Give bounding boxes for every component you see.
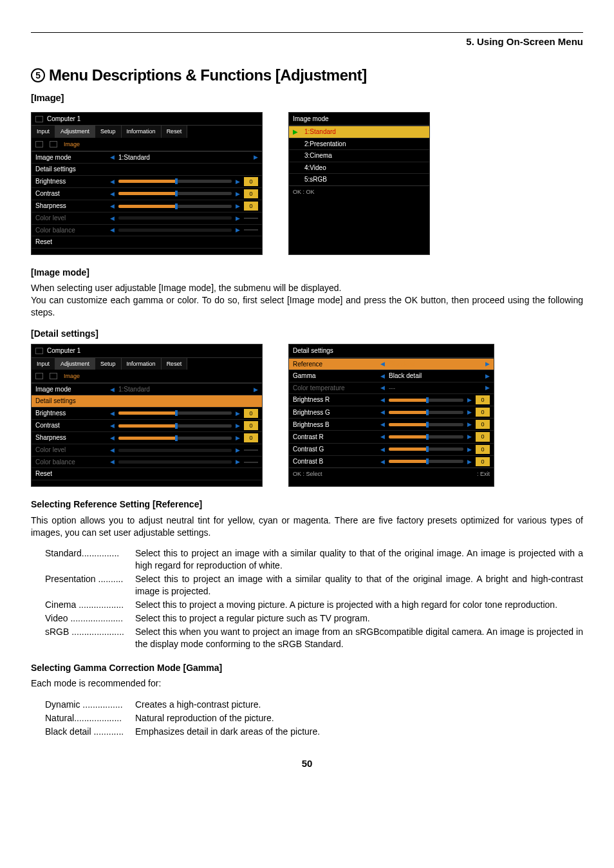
- osd-row-label: Contrast: [35, 189, 106, 198]
- chevron-right-icon: ▶: [467, 433, 472, 440]
- indicator-icon: ▶: [293, 127, 298, 137]
- slider-track[interactable]: [389, 435, 463, 439]
- osd-mode-item[interactable]: ▶1:Standard: [289, 126, 429, 138]
- osd-row[interactable]: Detail settings: [32, 163, 262, 175]
- slider-thumb[interactable]: [426, 422, 429, 428]
- slider-thumb[interactable]: [426, 434, 429, 440]
- image-subheading: [Image]: [31, 91, 583, 104]
- slider-track[interactable]: [118, 205, 232, 208]
- osd-dr-title-text: Detail settings: [293, 346, 333, 355]
- slider-track[interactable]: [389, 460, 463, 463]
- chevron-left-icon: ◀: [110, 422, 115, 429]
- section-title-text: Menu Descriptions & Functions [Adjustmen…: [49, 65, 367, 86]
- osd-row[interactable]: Gamma◀Black detail▶: [289, 370, 494, 382]
- osd-tab-input[interactable]: Input: [32, 126, 55, 137]
- chevron-right-icon: ▶: [485, 360, 490, 368]
- osd-row-value: 0: [476, 432, 490, 441]
- osd-mode-item[interactable]: 3:Cinema: [289, 149, 429, 162]
- osd-row-label: Sharpness: [35, 433, 106, 442]
- gamma-body: Each mode is recommended for:: [31, 677, 583, 690]
- osd-tab-information[interactable]: Information: [122, 126, 162, 137]
- slider-track[interactable]: [118, 437, 232, 440]
- osd-dl-tab-reset[interactable]: Reset: [162, 358, 188, 370]
- osd-mode-item[interactable]: 4:Video: [289, 162, 429, 174]
- slider-track[interactable]: [389, 423, 463, 426]
- osd-image-mode-footer-text: OK : OK: [293, 188, 315, 196]
- osd-dl-source-label: Computer 1: [47, 346, 80, 355]
- definition-item: Natural...................Natural reprod…: [45, 712, 583, 724]
- slider-thumb[interactable]: [175, 423, 178, 429]
- chevron-right-icon: ▶: [236, 410, 240, 417]
- image-mode-body: When selecting user adjustable [Image mo…: [31, 282, 583, 319]
- slider-thumb[interactable]: [426, 446, 429, 452]
- osd-row[interactable]: Brightness R◀▶0: [289, 393, 494, 406]
- slider-track[interactable]: [118, 424, 232, 428]
- osd-row[interactable]: Reference◀Standard▶: [289, 358, 494, 370]
- osd-tab-adjustment[interactable]: Adjustment: [55, 126, 95, 137]
- osd-row-label: Color level: [35, 446, 106, 455]
- osd-row-label: Color balance: [35, 458, 106, 467]
- subtab-icon-2: [50, 141, 57, 147]
- osd-dl-tab-setup[interactable]: Setup: [95, 358, 122, 370]
- osd-row-value: 0: [476, 445, 490, 454]
- osd-row[interactable]: Reset: [32, 236, 262, 248]
- slider-track[interactable]: [118, 192, 232, 195]
- slider-track: [118, 216, 232, 220]
- osd-row[interactable]: Brightness◀▶0: [32, 407, 262, 419]
- osd-dl-subtab-label: Image: [64, 372, 80, 380]
- slider-track[interactable]: [389, 399, 463, 402]
- osd-dl-tab-adjustment[interactable]: Adjustment: [55, 358, 95, 370]
- osd-mode-item[interactable]: 2:Presentation: [289, 138, 429, 150]
- chevron-left-icon: ◀: [380, 420, 385, 428]
- slider-thumb[interactable]: [426, 410, 429, 415]
- slider-track[interactable]: [389, 448, 463, 451]
- osd-row[interactable]: Contrast R◀▶0: [289, 430, 494, 442]
- osd-row-label: Reference: [293, 360, 377, 369]
- osd-row-value: ---: [389, 384, 481, 393]
- osd-row[interactable]: Brightness G◀▶0: [289, 406, 494, 418]
- osd-row[interactable]: Reset: [32, 467, 262, 480]
- osd-dl-tab-input[interactable]: Input: [32, 358, 55, 370]
- slider-track[interactable]: [118, 180, 232, 183]
- osd-row-value: [244, 218, 258, 219]
- slider-thumb[interactable]: [175, 203, 178, 209]
- osd-mode-item[interactable]: 5:sRGB: [289, 173, 429, 185]
- slider-track: [118, 449, 232, 452]
- slider-track[interactable]: [389, 411, 463, 414]
- osd-row-label: Image mode: [35, 385, 106, 394]
- osd-row[interactable]: Brightness B◀▶0: [289, 418, 494, 430]
- osd-row-value: Standard: [389, 360, 481, 369]
- osd-row[interactable]: Image mode◀1:Standard▶: [32, 151, 262, 164]
- osd-tab-setup[interactable]: Setup: [95, 126, 122, 137]
- osd-row[interactable]: Contrast G◀▶0: [289, 443, 494, 455]
- subtab-icon-1: [35, 141, 43, 147]
- definition-term: Presentation ..........: [45, 573, 135, 598]
- osd-row[interactable]: Brightness◀▶0: [32, 175, 262, 187]
- definition-term: Natural...................: [45, 712, 135, 724]
- slider-thumb[interactable]: [426, 458, 429, 464]
- osd-row[interactable]: Contrast B◀▶0: [289, 455, 494, 467]
- osd-row[interactable]: Sharpness◀▶0: [32, 200, 262, 212]
- definition-item: Dynamic ................Creates a high-c…: [45, 699, 583, 711]
- osd-dl-tab-information[interactable]: Information: [122, 358, 162, 370]
- slider-thumb[interactable]: [426, 397, 429, 403]
- definition-desc: Creates a high-contrast picture.: [135, 699, 583, 711]
- slider-thumb[interactable]: [175, 435, 178, 441]
- slider-track[interactable]: [118, 411, 232, 415]
- osd-row-label: Contrast R: [293, 433, 377, 442]
- osd-tabs: Input Adjustment Setup Information Reset: [32, 126, 262, 137]
- osd-row[interactable]: Image mode◀1:Standard▶: [32, 383, 262, 395]
- osd-dr-footer: OK : Select : Exit: [289, 467, 494, 480]
- osd-row-label: Color balance: [35, 226, 106, 235]
- osd-row-value: 0: [244, 202, 258, 211]
- slider-thumb[interactable]: [175, 178, 178, 184]
- chevron-right-icon: ▶: [467, 396, 472, 404]
- osd-row[interactable]: Sharpness◀▶0: [32, 431, 262, 444]
- osd-row[interactable]: Detail settings: [32, 395, 262, 407]
- osd-row[interactable]: Contrast◀▶0: [32, 419, 262, 431]
- osd-row[interactable]: Contrast◀▶0: [32, 187, 262, 200]
- slider-thumb[interactable]: [175, 410, 178, 416]
- osd-tab-reset[interactable]: Reset: [162, 126, 188, 137]
- osd-row-value: 0: [244, 421, 258, 430]
- slider-thumb[interactable]: [175, 191, 178, 196]
